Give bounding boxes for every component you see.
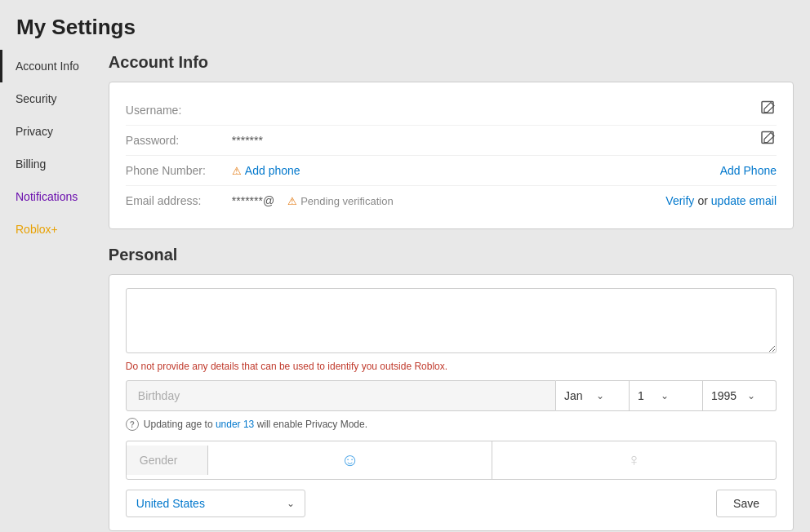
phone-label: Phone Number: [126,164,232,177]
password-row: Password: ******* [126,126,777,156]
country-chevron-icon: ⌄ [287,498,295,509]
gender-female-option[interactable]: ♀ [492,441,776,479]
personal-title: Personal [109,246,794,264]
sidebar-item-notifications[interactable]: Notifications [0,180,92,213]
email-row: Email address: *******@ ⚠ Pending verifi… [126,186,777,215]
country-save-row: United States Canada United Kingdom Aust… [126,490,777,517]
email-label: Email address: [126,194,232,207]
phone-row: Phone Number: ⚠ Add phone Add Phone [126,156,777,186]
sidebar: Account Info Security Privacy Billing No… [0,50,92,532]
sidebar-item-roblox-plus[interactable]: Roblox+ [0,213,92,246]
birthday-row: Birthday JanFebMarApr MayJunJulAug SepOc… [126,380,777,411]
update-email-link[interactable]: update email [711,194,777,207]
email-value: *******@ [232,194,274,207]
day-select[interactable]: 12345 678910 1112131415 1617181920 21222… [638,389,654,402]
country-select-wrap[interactable]: United States Canada United Kingdom Aust… [126,490,305,517]
female-icon: ♀ [627,450,641,471]
username-row: Username: [126,95,777,126]
password-edit-icon[interactable] [760,131,777,151]
month-chevron-icon: ⌄ [596,390,604,401]
year-chevron-icon: ⌄ [747,390,755,401]
year-select[interactable]: 1995199419931992 1991199019891988 200020… [711,389,741,402]
pending-warning-icon: ⚠ [287,195,297,207]
add-phone-inline-link[interactable]: Add phone [245,164,300,177]
year-select-cell[interactable]: 1995199419931992 1991199019891988 200020… [703,380,777,411]
under-13-link[interactable]: under 13 [216,419,254,430]
verify-email-link[interactable]: Verify [665,194,694,207]
username-label: Username: [126,104,232,117]
month-select[interactable]: JanFebMarApr MayJunJulAug SepOctNovDec [564,389,590,402]
country-select[interactable]: United States Canada United Kingdom Aust… [136,497,280,510]
account-info-card: Username: Password: ******* [109,82,794,229]
bio-textarea[interactable] [126,288,777,353]
sidebar-item-billing[interactable]: Billing [0,148,92,180]
gender-label: Gender [127,446,208,475]
day-select-cell[interactable]: 12345 678910 1112131415 1617181920 21222… [630,380,703,411]
month-select-cell[interactable]: JanFebMarApr MayJunJulAug SepOctNovDec ⌄ [556,380,630,411]
sidebar-item-account-info[interactable]: Account Info [0,50,92,82]
phone-warning-icon: ⚠ [232,165,242,177]
password-value: ******* [232,134,263,147]
gender-row: Gender ☺ ♀ [126,441,777,480]
gender-male-option[interactable]: ☺ [208,441,492,479]
save-button[interactable]: Save [716,490,777,517]
username-edit-icon[interactable] [760,100,777,121]
personal-card: Do not provide any details that can be u… [109,274,794,531]
or-text: or [697,194,707,207]
day-chevron-icon: ⌄ [661,390,669,401]
sidebar-item-privacy[interactable]: Privacy [0,115,92,148]
add-phone-action-link[interactable]: Add Phone [720,164,777,177]
bio-warning: Do not provide any details that can be u… [126,361,777,372]
main-content: Account Info Username: [92,50,810,532]
birthday-label: Birthday [126,380,556,411]
male-icon: ☺ [340,450,358,471]
question-icon: ? [126,418,139,431]
account-info-title: Account Info [109,53,794,72]
sidebar-item-security[interactable]: Security [0,82,92,115]
page-title: My Settings [0,0,810,50]
pending-verification-badge: ⚠ Pending verification [287,195,393,207]
age-note: ? Updating age to under 13 will enable P… [126,418,777,431]
password-label: Password: [126,134,232,147]
